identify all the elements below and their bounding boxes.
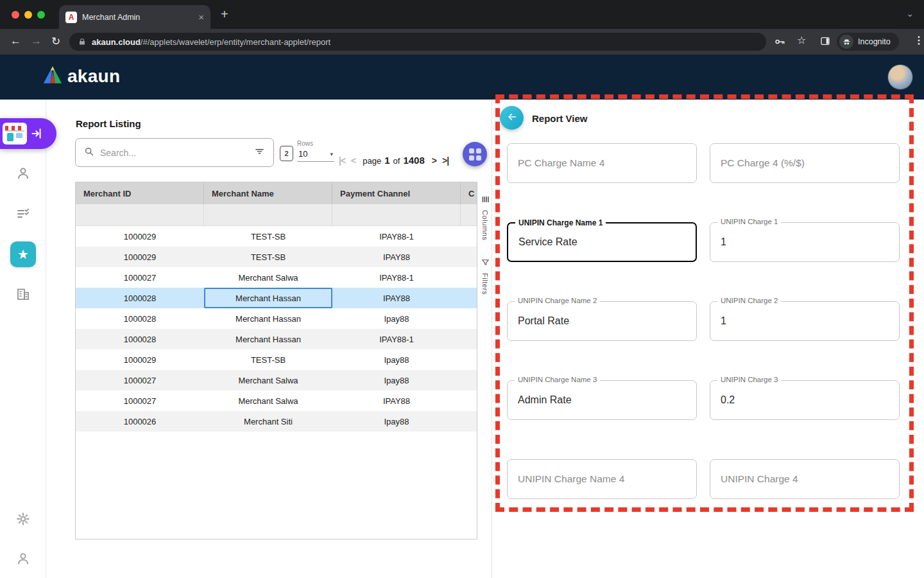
- tab-search-chevron-icon[interactable]: ⌄: [906, 8, 914, 19]
- active-applet-pill[interactable]: [0, 118, 56, 149]
- column-merchant-id[interactable]: Merchant ID: [76, 182, 204, 204]
- filter-list-icon[interactable]: [254, 146, 265, 159]
- cell-payment-channel[interactable]: Ipay88: [332, 411, 461, 432]
- cell-payment-channel[interactable]: IPAY88: [332, 247, 461, 267]
- cell-merchant-name[interactable]: TEST-SB: [204, 247, 332, 267]
- cell-merchant-name[interactable]: Merchant Hassan: [204, 308, 332, 329]
- input-pc-charge-name-4[interactable]: PC Charge Name 4: [507, 143, 697, 183]
- selected-cell-merchant-name[interactable]: Merchant Hassan: [204, 288, 332, 308]
- window-minimize-button[interactable]: [24, 11, 32, 19]
- first-page-button[interactable]: |<: [339, 155, 345, 166]
- cell-payment-channel[interactable]: IPAY88: [332, 390, 461, 411]
- cell-merchant-id[interactable]: 1000027: [76, 390, 204, 411]
- input-unipin-charge-name-4[interactable]: UNIPIN Charge Name 4: [507, 459, 697, 499]
- new-tab-button[interactable]: +: [221, 7, 228, 22]
- column-payment-channel[interactable]: Payment Channel: [332, 182, 461, 204]
- cell-merchant-name[interactable]: TEST-SB: [204, 226, 332, 247]
- current-page-number: 1: [384, 155, 389, 166]
- browser-menu-icon[interactable]: ⋮: [914, 34, 924, 46]
- filter-cell-merchant-id[interactable]: [76, 204, 204, 225]
- column-truncated[interactable]: C: [461, 182, 477, 204]
- window-close-button[interactable]: [12, 11, 19, 19]
- cell-payment-channel[interactable]: IPAY88-1: [332, 226, 461, 247]
- filter-cell-merchant-name[interactable]: [204, 204, 332, 225]
- cell-merchant-name[interactable]: Merchant Salwa: [204, 390, 332, 411]
- user-avatar[interactable]: [888, 65, 912, 89]
- search-box[interactable]: [75, 138, 274, 167]
- cell-merchant-name[interactable]: Merchant Siti: [204, 411, 332, 432]
- input-unipin-charge-3[interactable]: UNIPIN Charge 3 0.2: [710, 380, 900, 420]
- cell-payment-channel[interactable]: Ipay88: [332, 308, 461, 329]
- cell-merchant-id[interactable]: 1000027: [76, 267, 204, 288]
- table-row-selected[interactable]: 1000028 Merchant Hassan IPAY88: [76, 288, 477, 308]
- sidebar-item-favourites[interactable]: ★: [10, 241, 36, 267]
- chevron-down-icon: ▾: [330, 151, 333, 157]
- sidebar-item-reports[interactable]: [0, 206, 46, 222]
- password-key-icon[interactable]: [774, 36, 785, 48]
- browser-reload-button[interactable]: ↻: [51, 35, 60, 48]
- table-row[interactable]: 1000029 TEST-SB IPAY88-1: [76, 226, 477, 247]
- cell-merchant-name[interactable]: TEST-SB: [204, 349, 332, 370]
- table-row[interactable]: 1000028 Merchant Hassan IPAY88-1: [76, 329, 477, 349]
- cell-merchant-name[interactable]: Merchant Hassan: [204, 329, 332, 349]
- bookmark-star-icon[interactable]: ☆: [797, 34, 806, 46]
- browser-forward-button[interactable]: →: [31, 35, 42, 48]
- url-omnibox[interactable]: akaun.cloud/#/applets/wavelet/erp/entity…: [69, 33, 766, 51]
- columns-tab[interactable]: Columns: [478, 195, 492, 241]
- sidebar-item-users[interactable]: [0, 166, 46, 181]
- filter-cell-truncated[interactable]: [461, 204, 477, 225]
- incognito-badge[interactable]: Incognito: [837, 33, 899, 51]
- cell-merchant-name[interactable]: Merchant Salwa: [204, 370, 332, 390]
- table-row[interactable]: 1000027 Merchant Salwa Ipay88: [76, 370, 477, 390]
- back-button[interactable]: [500, 106, 524, 130]
- input-unipin-charge-2[interactable]: UNIPIN Charge 2 1: [710, 301, 900, 341]
- browser-tab[interactable]: A Merchant Admin ×: [59, 5, 210, 29]
- applet-grid-button[interactable]: [463, 142, 487, 166]
- screen: A Merchant Admin × + ⌄ ← → ↻ akaun.cloud…: [0, 0, 924, 578]
- prev-page-button[interactable]: <: [351, 155, 355, 166]
- cell-merchant-id[interactable]: 1000028: [76, 308, 204, 329]
- table-row[interactable]: 1000029 TEST-SB IPAY88: [76, 247, 477, 267]
- cell-merchant-id[interactable]: 1000029: [76, 349, 204, 370]
- window-zoom-button[interactable]: [37, 11, 45, 19]
- arrow-back-icon: [506, 111, 518, 125]
- input-unipin-charge-name-3[interactable]: UNIPIN Charge Name 3 Admin Rate: [507, 380, 697, 420]
- next-page-button[interactable]: >: [432, 155, 436, 166]
- rows-per-page-select[interactable]: 10 ▾: [297, 147, 334, 162]
- last-page-button[interactable]: >|: [442, 155, 449, 166]
- input-unipin-charge-name-2[interactable]: UNIPIN Charge Name 2 Portal Rate: [507, 301, 697, 341]
- cell-merchant-id[interactable]: 1000028: [76, 329, 204, 349]
- input-unipin-charge-4[interactable]: UNIPIN Charge 4: [710, 459, 900, 499]
- cell-merchant-name[interactable]: Merchant Salwa: [204, 267, 332, 288]
- cell-payment-channel[interactable]: IPAY88-1: [332, 329, 461, 349]
- table-row[interactable]: 1000029 TEST-SB Ipay88: [76, 349, 477, 370]
- cell-payment-channel[interactable]: IPAY88-1: [332, 267, 461, 288]
- cell-merchant-id[interactable]: 1000028: [76, 288, 204, 308]
- sidebar-item-settings[interactable]: [0, 511, 46, 527]
- pagination-status: page 1 of 1408: [363, 155, 424, 166]
- table-row[interactable]: 1000028 Merchant Hassan Ipay88: [76, 308, 477, 329]
- sidebar-item-account[interactable]: [0, 551, 46, 566]
- cell-merchant-id[interactable]: 1000027: [76, 370, 204, 390]
- close-tab-icon[interactable]: ×: [198, 12, 204, 22]
- input-unipin-charge-name-1[interactable]: UNIPIN Charge Name 1 Service Rate: [507, 222, 697, 262]
- cell-payment-channel[interactable]: Ipay88: [332, 349, 461, 370]
- cell-merchant-id[interactable]: 1000029: [76, 247, 204, 267]
- cell-merchant-id[interactable]: 1000029: [76, 226, 204, 247]
- cell-payment-channel[interactable]: Ipay88: [332, 370, 461, 390]
- table-row[interactable]: 1000027 Merchant Salwa IPAY88-1: [76, 267, 477, 288]
- cell-payment-channel[interactable]: IPAY88: [332, 288, 461, 308]
- side-panel-icon[interactable]: [820, 36, 830, 46]
- search-input[interactable]: [100, 148, 248, 158]
- table-row[interactable]: 1000026 Merchant Siti Ipay88: [76, 411, 477, 432]
- table-row[interactable]: 1000027 Merchant Salwa IPAY88: [76, 390, 477, 411]
- cell-merchant-id[interactable]: 1000026: [76, 411, 204, 432]
- input-unipin-charge-1[interactable]: UNIPIN Charge 1 1: [710, 222, 900, 262]
- column-merchant-name[interactable]: Merchant Name: [204, 182, 332, 204]
- filter-cell-payment-channel[interactable]: [332, 204, 461, 225]
- input-pc-charge-4[interactable]: PC Charge 4 (%/$): [710, 143, 900, 183]
- browser-back-button[interactable]: ←: [10, 35, 21, 48]
- page-size-icon[interactable]: 2: [280, 146, 293, 161]
- sidebar-item-organization[interactable]: [0, 286, 46, 302]
- filters-tab[interactable]: Filters: [478, 258, 492, 295]
